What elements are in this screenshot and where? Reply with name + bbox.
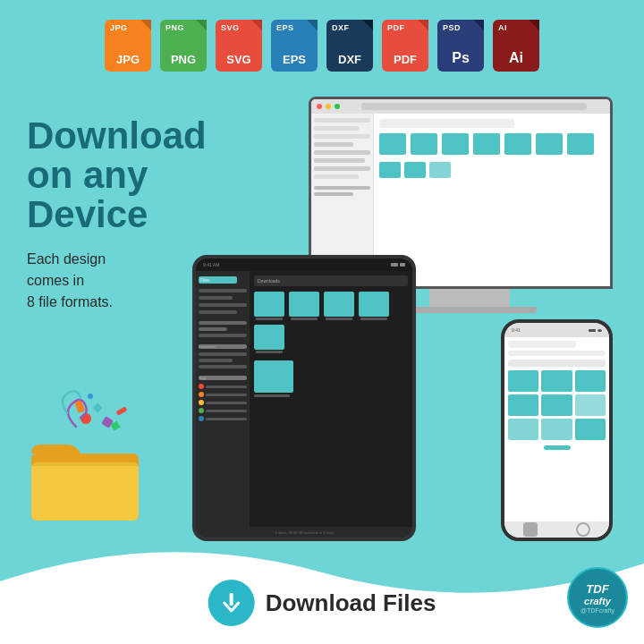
file-formats-row: JPG JPG PNG PNG SVG SVG EPS EPS DXF (0, 0, 644, 80)
download-files-label: Download Files (266, 589, 436, 617)
file-icon-jpg: JPG JPG (105, 20, 151, 72)
file-icon-eps: EPS EPS (271, 20, 318, 72)
file-icon-dxf: DXF DXF (326, 20, 373, 72)
file-icon-ai: AI Ai (493, 20, 539, 72)
monitor-base (402, 307, 537, 313)
folder-decoration (27, 431, 143, 538)
phone-bottombar (504, 521, 609, 538)
svg-rect-2 (31, 462, 139, 466)
monitor-titlebar (311, 99, 610, 114)
download-icon-circle (208, 580, 255, 626)
tablet-sidebar: Files Favourites Tags (196, 271, 250, 527)
brand-name: TDF (586, 582, 608, 596)
svg-rect-1 (31, 462, 139, 521)
download-arrow-icon (220, 591, 243, 614)
folder-3d-svg (27, 431, 143, 530)
phone-content (504, 337, 609, 521)
tablet-titlebar: 9:41 AM (196, 258, 412, 271)
tablet-main: Downloads (250, 271, 412, 527)
file-icon-svg: SVG SVG (216, 20, 262, 72)
download-area[interactable]: Download Files (208, 580, 436, 626)
confetti-swirl (58, 386, 94, 431)
file-icon-psd: PSD Ps (437, 20, 484, 72)
brand-handle: @TDFcrafty (580, 607, 614, 614)
phone: 9:41 (501, 319, 613, 541)
tablet: 9:41 AM Files Favourites (192, 255, 416, 541)
file-icon-pdf: PDF PDF (382, 20, 428, 72)
svg-rect-3 (230, 593, 233, 606)
main-container: JPG JPG PNG PNG SVG SVG EPS EPS DXF (0, 0, 644, 644)
monitor-stand (429, 289, 510, 307)
brand-badge: TDF crafty @TDFcrafty (567, 567, 628, 628)
tablet-bottombar: 3 items, 30.98 KB available in iCloud (196, 527, 412, 538)
file-icon-png: PNG PNG (160, 20, 207, 72)
phone-statusbar: 9:41 (504, 323, 609, 337)
headline: Download on any Device (27, 116, 242, 234)
